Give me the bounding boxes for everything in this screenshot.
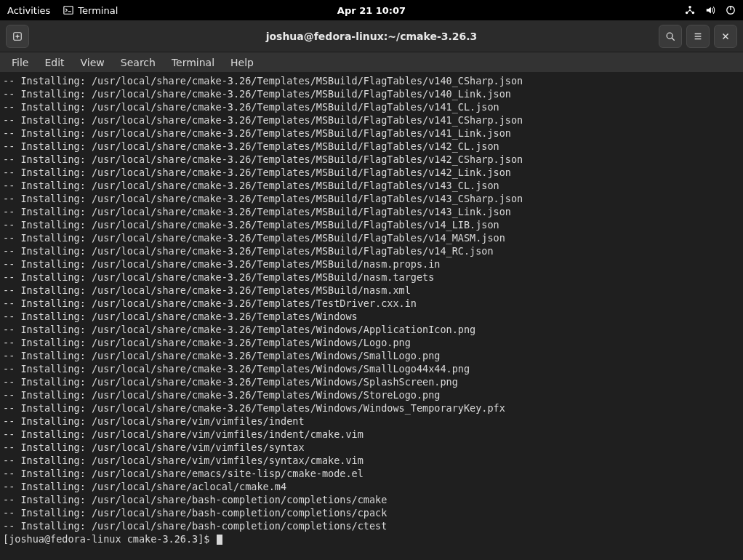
clock[interactable]: Apr 21 10:07 xyxy=(337,5,406,16)
window-titlebar: joshua@fedora-linux:~/cmake-3.26.3 xyxy=(0,20,743,52)
terminal-output-line: -- Installing: /usr/local/share/cmake-3.… xyxy=(3,100,740,113)
search-button[interactable] xyxy=(659,25,682,48)
terminal-output-line: -- Installing: /usr/local/share/cmake-3.… xyxy=(3,179,740,192)
activities-button[interactable]: Activities xyxy=(7,5,50,16)
terminal-output-line: -- Installing: /usr/local/share/cmake-3.… xyxy=(3,323,740,336)
terminal-output-line: -- Installing: /usr/local/share/cmake-3.… xyxy=(3,87,740,100)
menu-file[interactable]: File xyxy=(4,54,36,71)
terminal-output-line: -- Installing: /usr/local/share/aclocal/… xyxy=(3,480,740,493)
menu-view[interactable]: View xyxy=(73,54,112,71)
power-icon[interactable] xyxy=(726,5,736,15)
terminal-output-line: -- Installing: /usr/local/share/cmake-3.… xyxy=(3,218,740,231)
terminal-output-line: -- Installing: /usr/local/share/cmake-3.… xyxy=(3,388,740,401)
terminal-output-line: -- Installing: /usr/local/share/cmake-3.… xyxy=(3,401,740,415)
app-indicator[interactable]: Terminal xyxy=(63,5,118,16)
menu-edit[interactable]: Edit xyxy=(37,54,71,71)
terminal-output-line: -- Installing: /usr/local/share/cmake-3.… xyxy=(3,127,740,140)
terminal-content[interactable]: -- Installing: /usr/local/share/cmake-3.… xyxy=(0,73,743,560)
terminal-output-line: -- Installing: /usr/local/share/cmake-3.… xyxy=(3,166,740,179)
terminal-output-line: -- Installing: /usr/local/share/cmake-3.… xyxy=(3,349,740,362)
terminal-output-line: -- Installing: /usr/local/share/cmake-3.… xyxy=(3,271,740,284)
terminal-output-line: -- Installing: /usr/local/share/cmake-3.… xyxy=(3,257,740,271)
menu-terminal[interactable]: Terminal xyxy=(164,54,222,71)
terminal-output-line: -- Installing: /usr/local/share/cmake-3.… xyxy=(3,205,740,218)
terminal-output-line: -- Installing: /usr/local/share/vim/vimf… xyxy=(3,415,740,428)
svg-point-1 xyxy=(688,6,691,9)
terminal-output-line: -- Installing: /usr/local/share/vim/vimf… xyxy=(3,441,740,454)
terminal-output-line: -- Installing: /usr/local/share/cmake-3.… xyxy=(3,284,740,297)
terminal-output-line: -- Installing: /usr/local/share/cmake-3.… xyxy=(3,310,740,323)
terminal-output-line: -- Installing: /usr/local/share/cmake-3.… xyxy=(3,140,740,153)
gnome-topbar: Activities Terminal Apr 21 10:07 xyxy=(0,0,743,20)
terminal-output-line: -- Installing: /usr/local/share/cmake-3.… xyxy=(3,244,740,257)
hamburger-menu-button[interactable] xyxy=(686,25,710,48)
close-button[interactable] xyxy=(714,25,737,48)
terminal-output-line: -- Installing: /usr/local/share/cmake-3.… xyxy=(3,362,740,375)
menu-search[interactable]: Search xyxy=(113,54,163,71)
terminal-output-line: -- Installing: /usr/local/share/cmake-3.… xyxy=(3,192,740,205)
terminal-output-line: -- Installing: /usr/local/share/vim/vimf… xyxy=(3,428,740,441)
terminal-output-line: -- Installing: /usr/local/share/cmake-3.… xyxy=(3,336,740,349)
new-tab-button[interactable] xyxy=(6,25,29,48)
terminal-output-line: -- Installing: /usr/local/share/bash-com… xyxy=(3,506,740,519)
terminal-output-line: -- Installing: /usr/local/share/vim/vimf… xyxy=(3,454,740,467)
network-icon[interactable] xyxy=(685,5,695,15)
terminal-window: joshua@fedora-linux:~/cmake-3.26.3 File … xyxy=(0,20,743,560)
terminal-output-line: -- Installing: /usr/local/share/cmake-3.… xyxy=(3,74,740,87)
terminal-output-line: -- Installing: /usr/local/share/bash-com… xyxy=(3,493,740,506)
terminal-app-icon xyxy=(63,5,73,15)
terminal-output-line: -- Installing: /usr/local/share/bash-com… xyxy=(3,519,740,532)
terminal-output-line: -- Installing: /usr/local/share/cmake-3.… xyxy=(3,297,740,310)
window-title: joshua@fedora-linux:~/cmake-3.26.3 xyxy=(266,31,478,42)
menu-help[interactable]: Help xyxy=(223,54,261,71)
svg-line-10 xyxy=(672,38,674,40)
svg-rect-0 xyxy=(64,7,73,15)
cursor xyxy=(217,535,222,545)
volume-icon[interactable] xyxy=(705,5,715,15)
terminal-output-line: -- Installing: /usr/local/share/cmake-3.… xyxy=(3,375,740,388)
terminal-output-line: -- Installing: /usr/local/share/cmake-3.… xyxy=(3,231,740,244)
terminal-output-line: -- Installing: /usr/local/share/emacs/si… xyxy=(3,467,740,480)
terminal-output-line: -- Installing: /usr/local/share/cmake-3.… xyxy=(3,113,740,127)
terminal-prompt[interactable]: [joshua@fedora-linux cmake-3.26.3]$ xyxy=(3,532,740,545)
terminal-output-line: -- Installing: /usr/local/share/cmake-3.… xyxy=(3,153,740,166)
menubar: File Edit View Search Terminal Help xyxy=(0,52,743,73)
app-name-label: Terminal xyxy=(78,5,118,16)
